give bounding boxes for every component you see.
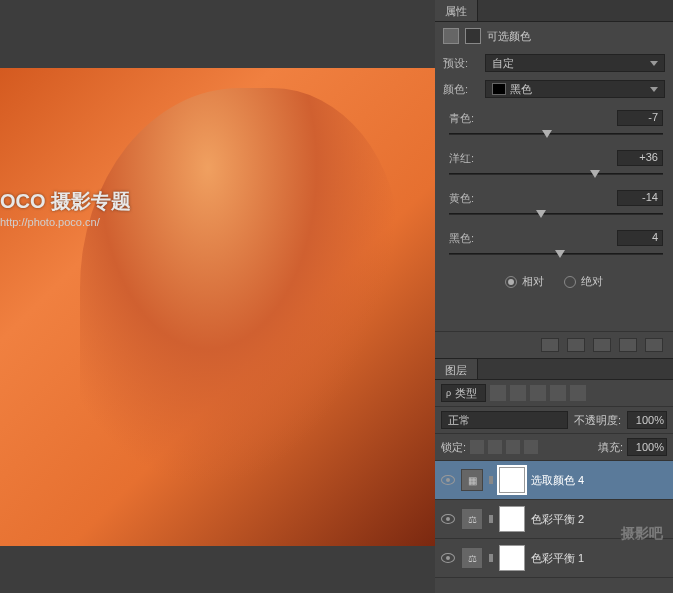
layer-row[interactable]: ▦ 选取颜色 4 [435, 461, 673, 500]
lock-pixels-icon[interactable] [488, 440, 502, 454]
lock-transparent-icon[interactable] [470, 440, 484, 454]
magenta-slider[interactable] [449, 168, 663, 180]
properties-tabs: 属性 [435, 0, 673, 22]
slider-black: 黑色: 4 [435, 222, 673, 262]
magenta-label: 洋红: [449, 151, 474, 166]
yellow-slider[interactable] [449, 208, 663, 220]
black-slider[interactable] [449, 248, 663, 260]
radio-relative[interactable]: 相对 [505, 274, 544, 289]
adjustment-title: 可选颜色 [487, 29, 531, 44]
radio-on-icon [505, 276, 517, 288]
filter-smart-icon[interactable] [570, 385, 586, 401]
color-select[interactable]: 黑色 [485, 80, 665, 98]
layer-mask-thumb[interactable] [499, 467, 525, 493]
selective-color-icon: ▦ [461, 469, 483, 491]
properties-header: 可选颜色 [435, 22, 673, 50]
filter-shape-icon[interactable] [550, 385, 566, 401]
cyan-label: 青色: [449, 111, 474, 126]
fill-input[interactable]: 100% [627, 438, 667, 456]
preset-row: 预设: 自定 [435, 50, 673, 76]
filter-adjust-icon[interactable] [510, 385, 526, 401]
opacity-input[interactable]: 100% [627, 411, 667, 429]
reset-icon[interactable] [593, 338, 611, 352]
cyan-slider[interactable] [449, 128, 663, 140]
lock-label: 锁定: [441, 440, 466, 455]
radio-off-icon [564, 276, 576, 288]
layer-name[interactable]: 色彩平衡 1 [531, 551, 584, 566]
blend-mode-value: 正常 [448, 413, 470, 428]
color-balance-icon: ⚖ [461, 547, 483, 569]
link-icon [489, 554, 493, 562]
color-swatch [492, 83, 506, 95]
layer-name[interactable]: 选取颜色 4 [531, 473, 584, 488]
color-balance-icon: ⚖ [461, 508, 483, 530]
lock-all-icon[interactable] [524, 440, 538, 454]
view-previous-icon[interactable] [567, 338, 585, 352]
slider-yellow: 黄色: -14 [435, 182, 673, 222]
blend-mode-select[interactable]: 正常 [441, 411, 568, 429]
filter-type-icon[interactable] [530, 385, 546, 401]
preset-value: 自定 [492, 56, 514, 71]
chevron-down-icon [650, 61, 658, 66]
layer-mask-thumb[interactable] [499, 506, 525, 532]
properties-footer [435, 331, 673, 358]
trash-icon[interactable] [645, 338, 663, 352]
chevron-down-icon [650, 87, 658, 92]
layers-filter-bar: ρ 类型 [435, 380, 673, 407]
eye-icon[interactable] [441, 553, 455, 563]
layer-row[interactable]: ⚖ 色彩平衡 1 [435, 539, 673, 578]
radio-absolute[interactable]: 绝对 [564, 274, 603, 289]
absolute-label: 绝对 [581, 274, 603, 289]
layer-mask-thumb[interactable] [499, 545, 525, 571]
yellow-value[interactable]: -14 [617, 190, 663, 206]
layers-panel-tabs: 图层 [435, 358, 673, 380]
filter-type-select[interactable]: ρ 类型 [441, 384, 486, 402]
method-radios: 相对 绝对 [435, 262, 673, 301]
tab-layers[interactable]: 图层 [435, 359, 478, 379]
color-value: 黑色 [510, 82, 532, 97]
filter-type-label: 类型 [455, 386, 477, 401]
black-value[interactable]: 4 [617, 230, 663, 246]
blend-opacity-row: 正常 不透明度: 100% [435, 407, 673, 434]
watermark-url: http://photo.poco.cn/ [0, 216, 100, 228]
black-label: 黑色: [449, 231, 474, 246]
watermark-corner: 摄影吧 [621, 525, 663, 543]
link-icon [489, 476, 493, 484]
fill-label: 填充: [598, 440, 623, 455]
lock-fill-row: 锁定: 填充: 100% [435, 434, 673, 461]
clip-icon[interactable] [541, 338, 559, 352]
slider-magenta: 洋红: +36 [435, 142, 673, 182]
magenta-value[interactable]: +36 [617, 150, 663, 166]
image-canvas[interactable]: OCO 摄影专题 http://photo.poco.cn/ [0, 68, 435, 546]
cyan-value[interactable]: -7 [617, 110, 663, 126]
adjustment-icon[interactable] [443, 28, 459, 44]
layer-name[interactable]: 色彩平衡 2 [531, 512, 584, 527]
lock-position-icon[interactable] [506, 440, 520, 454]
photo-content [80, 88, 400, 488]
preset-label: 预设: [443, 56, 479, 71]
right-panel: 属性 可选颜色 预设: 自定 颜色: 黑色 青色: -7 洋红: +36 [435, 0, 673, 593]
filter-pixel-icon[interactable] [490, 385, 506, 401]
visibility-icon[interactable] [619, 338, 637, 352]
link-icon [489, 515, 493, 523]
relative-label: 相对 [522, 274, 544, 289]
preset-select[interactable]: 自定 [485, 54, 665, 72]
yellow-label: 黄色: [449, 191, 474, 206]
tab-properties[interactable]: 属性 [435, 0, 478, 21]
opacity-label: 不透明度: [574, 413, 621, 428]
eye-icon[interactable] [441, 514, 455, 524]
mask-icon[interactable] [465, 28, 481, 44]
color-label: 颜色: [443, 82, 479, 97]
slider-cyan: 青色: -7 [435, 102, 673, 142]
eye-icon[interactable] [441, 475, 455, 485]
watermark-main: OCO 摄影专题 [0, 188, 131, 215]
color-row: 颜色: 黑色 [435, 76, 673, 102]
